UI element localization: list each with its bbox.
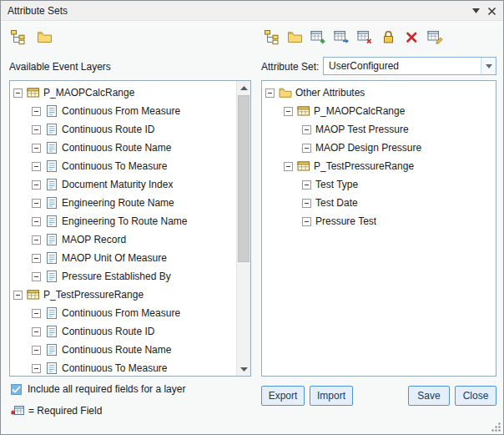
- collapse-expander-icon[interactable]: [302, 144, 311, 153]
- tree-item[interactable]: Other Attributes: [262, 83, 496, 102]
- field-icon: [45, 215, 58, 228]
- collapse-expander-icon[interactable]: [32, 180, 41, 190]
- window-close-icon[interactable]: [484, 1, 499, 21]
- delete-attribute-set-icon[interactable]: [401, 27, 421, 47]
- required-field-label: = Required Field: [28, 405, 102, 417]
- collapse-expander-icon[interactable]: [302, 180, 311, 190]
- lock-attribute-icon[interactable]: [378, 27, 398, 47]
- attribute-set-combobox[interactable]: UserConfigured: [323, 57, 496, 75]
- tree-item-label: P_MAOPCalcRange: [43, 87, 134, 99]
- tree-item[interactable]: Document Maturity Index: [10, 175, 236, 194]
- tree-item[interactable]: Continuous To Measure: [10, 359, 236, 376]
- tree-item-label: Engineering To Route Name: [62, 215, 188, 227]
- tree-item[interactable]: Continuous From Measure: [10, 304, 236, 322]
- tree-item-label: MAOP Record: [62, 234, 126, 245]
- collapse-expander-icon[interactable]: [32, 144, 41, 153]
- tree-item-label: Continuous To Measure: [62, 160, 168, 172]
- tree-item[interactable]: P_MAOPCalcRange: [10, 83, 236, 102]
- collapse-expander-icon[interactable]: [32, 254, 41, 263]
- tree-item[interactable]: Test Date: [262, 194, 496, 212]
- scrollbar-thumb[interactable]: [238, 95, 249, 262]
- tree-item[interactable]: MAOP Test Pressure: [262, 120, 496, 139]
- tree-item[interactable]: Continuous Route ID: [10, 322, 236, 341]
- collapse-expander-icon[interactable]: [32, 235, 41, 245]
- new-attribute-set-icon[interactable]: [8, 27, 28, 47]
- tree-item[interactable]: Test Type: [262, 175, 496, 194]
- tree-item[interactable]: MAOP Unit Of Measure: [10, 249, 236, 267]
- required-field-icon: [11, 404, 24, 417]
- tree-item[interactable]: P_TestPressureRange: [10, 286, 236, 304]
- collapse-expander-icon[interactable]: [32, 107, 41, 116]
- close-button[interactable]: Close: [455, 386, 496, 406]
- collapse-expander-icon[interactable]: [32, 327, 41, 336]
- collapse-expander-icon[interactable]: [13, 291, 23, 300]
- collapse-expander-icon[interactable]: [32, 309, 41, 318]
- tree-item-label: MAOP Test Pressure: [315, 124, 409, 135]
- include-required-row: Include all required fields for a layer: [11, 383, 185, 395]
- add-attribute-icon[interactable]: [308, 27, 328, 47]
- required-field-legend: = Required Field: [11, 404, 102, 417]
- field-icon: [45, 362, 58, 375]
- reorder-attribute-icon[interactable]: [331, 27, 351, 47]
- tree-item[interactable]: MAOP Design Pressure: [262, 139, 496, 157]
- collapse-expander-icon[interactable]: [302, 199, 311, 208]
- tree-item-label: Engineering Route Name: [62, 197, 174, 209]
- field-icon: [45, 251, 58, 265]
- tree-item-label: Continuous Route ID: [62, 326, 154, 337]
- add-folder-icon[interactable]: [285, 27, 305, 47]
- tree-item[interactable]: Engineering To Route Name: [10, 212, 236, 230]
- collapse-expander-icon[interactable]: [32, 217, 41, 226]
- tree-item-label: P_MAOPCalcRange: [314, 105, 405, 117]
- table-icon: [297, 104, 310, 118]
- collapse-expander-icon[interactable]: [302, 217, 311, 226]
- titlebar[interactable]: Attribute Sets: [1, 1, 503, 21]
- combobox-dropdown-icon[interactable]: [481, 58, 496, 74]
- scroll-up-icon[interactable]: [237, 81, 250, 94]
- tree-item-label: Continuous Route Name: [62, 344, 171, 356]
- collapse-expander-icon[interactable]: [32, 364, 41, 373]
- tree-item[interactable]: Engineering Route Name: [10, 194, 236, 212]
- tree-item[interactable]: MAOP Record: [10, 230, 236, 249]
- tree-item-label: Pressure Test: [315, 215, 376, 227]
- collapse-expander-icon[interactable]: [32, 272, 41, 281]
- tree-item[interactable]: Pressure Established By: [10, 267, 236, 286]
- include-required-checkbox[interactable]: [11, 384, 22, 395]
- tree-item[interactable]: P_MAOPCalcRange: [262, 102, 496, 120]
- window-caret-icon[interactable]: [468, 1, 483, 21]
- collapse-expander-icon[interactable]: [284, 162, 293, 171]
- field-icon: [45, 123, 58, 136]
- table-icon: [297, 159, 310, 173]
- add-event-layer-icon[interactable]: [261, 27, 281, 47]
- export-button[interactable]: Export: [261, 386, 305, 406]
- scroll-down-icon[interactable]: [237, 362, 250, 376]
- edit-attribute-icon[interactable]: [425, 27, 445, 47]
- field-icon: [45, 159, 58, 173]
- resize-grip[interactable]: [491, 422, 501, 432]
- tree-item[interactable]: Pressure Test: [262, 212, 496, 230]
- import-button[interactable]: Import: [310, 386, 353, 406]
- remove-attribute-icon[interactable]: [355, 27, 375, 47]
- collapse-expander-icon[interactable]: [284, 107, 293, 116]
- collapse-expander-icon[interactable]: [13, 89, 23, 98]
- collapse-expander-icon[interactable]: [32, 346, 41, 355]
- attribute-set-tree: Other AttributesP_MAOPCalcRangeMAOP Test…: [261, 80, 496, 377]
- available-layers-label: Available Event Layers: [9, 61, 111, 73]
- save-button[interactable]: Save: [408, 386, 450, 406]
- tree-item[interactable]: Continuous Route ID: [10, 120, 236, 139]
- tree-item-label: MAOP Design Pressure: [315, 142, 421, 154]
- collapse-expander-icon[interactable]: [32, 199, 41, 208]
- collapse-expander-icon[interactable]: [302, 125, 311, 134]
- vertical-scrollbar[interactable]: [236, 81, 250, 376]
- collapse-expander-icon[interactable]: [265, 89, 275, 98]
- tree-item[interactable]: Continuous From Measure: [10, 102, 236, 120]
- tree-item[interactable]: Continuous To Measure: [10, 157, 236, 175]
- new-folder-icon[interactable]: [34, 27, 54, 47]
- tree-item[interactable]: Continuous Route Name: [10, 341, 236, 359]
- combobox-value: UserConfigured: [324, 60, 481, 72]
- include-required-label: Include all required fields for a layer: [28, 383, 185, 395]
- collapse-expander-icon[interactable]: [32, 125, 41, 134]
- tree-item[interactable]: P_TestPressureRange: [262, 157, 496, 175]
- field-icon: [45, 141, 58, 154]
- collapse-expander-icon[interactable]: [32, 162, 41, 171]
- tree-item[interactable]: Continuous Route Name: [10, 139, 236, 157]
